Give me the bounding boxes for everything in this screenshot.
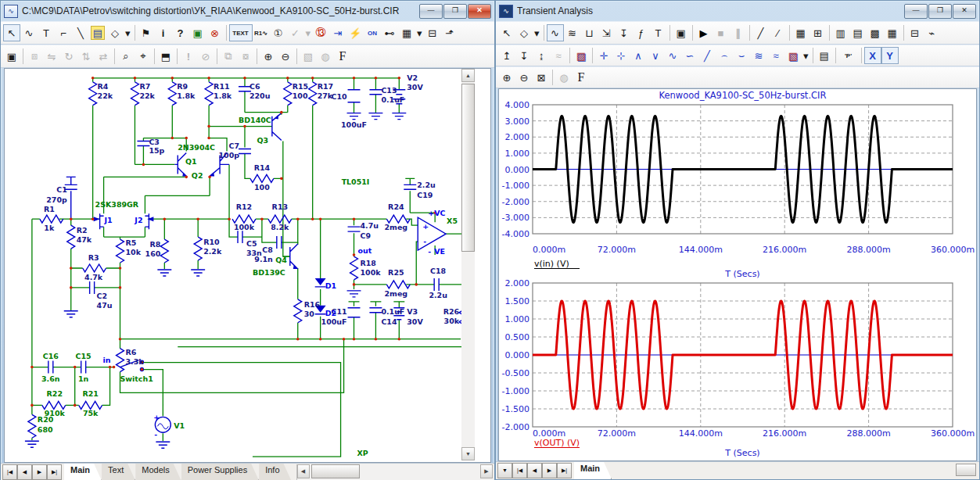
node-numbers-icon[interactable]: ① — [270, 24, 287, 41]
y-scale-icon[interactable]: Y — [881, 47, 899, 64]
properties-icon[interactable]: ▣ — [673, 24, 690, 41]
highlow-cursor-icon[interactable]: ↨ — [533, 47, 550, 64]
rise-icon[interactable]: ∿ — [664, 47, 681, 64]
border-display-icon[interactable]: ⊟ — [424, 24, 441, 41]
stripes-horizontal-icon[interactable]: ▤ — [849, 24, 867, 41]
pause-icon[interactable]: ∥ — [730, 24, 747, 41]
tab-nav-icon[interactable]: |◀ — [512, 463, 527, 478]
schematic-hscrollbar[interactable]: ◀ ▶ — [296, 464, 493, 480]
right-titlebar[interactable]: ∿ Transient Analysis — ❐ ✕ — [496, 1, 979, 21]
stripes-vertical-icon[interactable]: ▥ — [832, 24, 849, 41]
copy-picture-icon[interactable]: ⧉ — [220, 48, 237, 65]
restore-button[interactable]: ❐ — [928, 4, 952, 19]
series-label[interactable]: v(in) (V) — [534, 259, 569, 269]
zoom-out-icon[interactable]: ⊖ — [515, 69, 533, 86]
font-icon[interactable]: F — [573, 69, 590, 86]
wire-mode-icon[interactable]: ⌐ — [55, 24, 72, 41]
tab-text[interactable]: Text — [102, 464, 135, 480]
attribute-display-icon[interactable]: R1∿ — [253, 24, 270, 41]
close-button[interactable]: ✕ — [953, 4, 976, 19]
zoom-area-icon[interactable]: ⊠ — [533, 69, 550, 86]
tab-nav-icon[interactable]: ▶| — [557, 463, 572, 478]
zoom-in-icon[interactable]: ⊕ — [498, 69, 515, 86]
bottom-icon[interactable]: ⌣ — [733, 47, 750, 64]
minimize-button[interactable]: — — [419, 4, 443, 19]
tab-main[interactable]: Main — [574, 462, 612, 479]
valley-icon[interactable]: ∨ — [647, 47, 664, 64]
hscroll-thumb[interactable] — [311, 464, 360, 478]
split-plot-icon[interactable]: ⊟ — [906, 24, 924, 41]
line-tool-icon[interactable]: ╱ — [752, 24, 770, 41]
data-points-icon[interactable]: ▦ — [792, 24, 809, 41]
left-titlebar[interactable]: ∿ C:\MC9\DATA\Petrov\switching distortio… — [1, 1, 494, 21]
curve-family-icon[interactable]: ≈ — [550, 47, 567, 64]
stop-icon[interactable]: ■ — [713, 24, 730, 41]
restore-button[interactable]: ❐ — [443, 4, 467, 19]
run-icon[interactable]: ▶ — [695, 24, 713, 41]
cursor-step-icon[interactable]: ⊹ — [612, 47, 630, 64]
find-curve-icon[interactable]: ◇ — [515, 24, 533, 41]
mirror-box-icon[interactable]: ⇋ — [43, 48, 60, 65]
tab-nav-icon[interactable]: ▼ — [497, 463, 512, 478]
close-button[interactable]: ✕ — [468, 4, 491, 19]
polyline-tool-icon[interactable]: ∕ — [770, 24, 787, 41]
graphics-mode-icon[interactable]: ▤ — [91, 26, 105, 40]
top-icon[interactable]: ⌢ — [716, 47, 733, 64]
text-mode-icon[interactable]: T — [38, 24, 55, 41]
flag-mode-icon[interactable]: ⚑ — [138, 24, 155, 41]
scale-mode-icon[interactable]: ⇲ — [598, 24, 616, 41]
zoom-out-icon[interactable]: ⊖ — [277, 48, 294, 65]
peak-icon[interactable]: ∧ — [630, 47, 647, 64]
help-mode-icon[interactable]: ? — [172, 24, 189, 41]
point-tag-icon[interactable]: ↧ — [616, 24, 633, 41]
tab-power-supplies[interactable]: Power Supplies — [181, 464, 259, 480]
line-mode-icon[interactable]: ╲ — [72, 24, 89, 41]
rotate-icon[interactable]: ↻ — [60, 48, 77, 65]
tab-models[interactable]: Models — [135, 464, 181, 480]
series-label[interactable]: v(OUT) (V) — [534, 438, 580, 448]
peak-cursor-icon[interactable]: ↥ — [498, 47, 515, 64]
tab-nav-icon[interactable]: |◀ — [2, 464, 17, 480]
tabbar-resize-handle[interactable] — [956, 464, 976, 476]
valley-cursor-icon[interactable]: ↧ — [515, 47, 533, 64]
tab-nav-icon[interactable]: ▶| — [47, 464, 62, 480]
numeric-output-icon[interactable]: ▤ — [816, 47, 833, 64]
vscroll-thumb[interactable] — [461, 84, 475, 252]
slope-icon[interactable]: ╱ — [698, 47, 716, 64]
grid-display-icon[interactable]: ▦ — [398, 24, 415, 41]
cursor-horizontal-icon[interactable]: ✛ — [595, 47, 612, 64]
pan-icon[interactable]: ▧ — [300, 48, 317, 65]
family-icon[interactable]: ≈ — [767, 47, 784, 64]
pin-numbers-icon[interactable]: ⑬ — [312, 24, 329, 41]
tab-main[interactable]: Main — [64, 464, 102, 480]
component-mode-icon[interactable]: ∿ — [20, 24, 38, 41]
step-box-icon[interactable]: ⧈ — [26, 48, 43, 65]
current-display-icon[interactable]: ⇥ — [329, 24, 346, 41]
period-mode-icon[interactable]: ⊔ — [581, 24, 598, 41]
grid-panel-icon[interactable]: ⊞ — [809, 24, 827, 41]
tab-nav-icon[interactable]: ▶ — [542, 463, 557, 478]
select-mode-icon[interactable]: ↖ — [3, 24, 20, 41]
scope-picture-icon[interactable]: ▨ — [573, 47, 590, 64]
scroll-down-icon[interactable]: ▼ — [461, 447, 475, 460]
tab-nav-icon[interactable]: ◀ — [527, 463, 542, 478]
zoom-in-icon[interactable]: ⊕ — [260, 48, 277, 65]
font-icon[interactable]: F — [334, 48, 351, 65]
text-display-icon[interactable]: TEXT — [229, 24, 253, 41]
align-cursors-icon[interactable]: ≋ — [564, 24, 581, 41]
find-component-icon[interactable]: ◇ — [106, 24, 124, 41]
grid-dense-icon[interactable]: ▩ — [867, 24, 884, 41]
vip-dropdown-icon[interactable]: ▾ — [304, 24, 313, 41]
copy-page-icon[interactable]: ⧇ — [237, 48, 254, 65]
scroll-left-icon[interactable]: ◀ — [297, 464, 310, 478]
condition-display-icon[interactable]: ON — [364, 24, 381, 41]
find-wave-icon[interactable]: ⌕ — [117, 48, 135, 65]
p-key-icon[interactable]: 'P' — [838, 47, 859, 64]
fx-mode-icon[interactable]: ƒ — [633, 24, 650, 41]
find-curve-dropdown-icon[interactable]: ▾ — [533, 24, 541, 41]
minimize-button[interactable]: — — [904, 4, 928, 19]
schematic-vscrollbar[interactable]: ▲ ▼ — [461, 69, 475, 460]
region-disable-icon[interactable]: ⊗ — [206, 24, 224, 41]
scope-mode-icon[interactable]: ∿ — [547, 24, 564, 41]
vip-display-icon[interactable]: ✓ — [287, 24, 304, 41]
